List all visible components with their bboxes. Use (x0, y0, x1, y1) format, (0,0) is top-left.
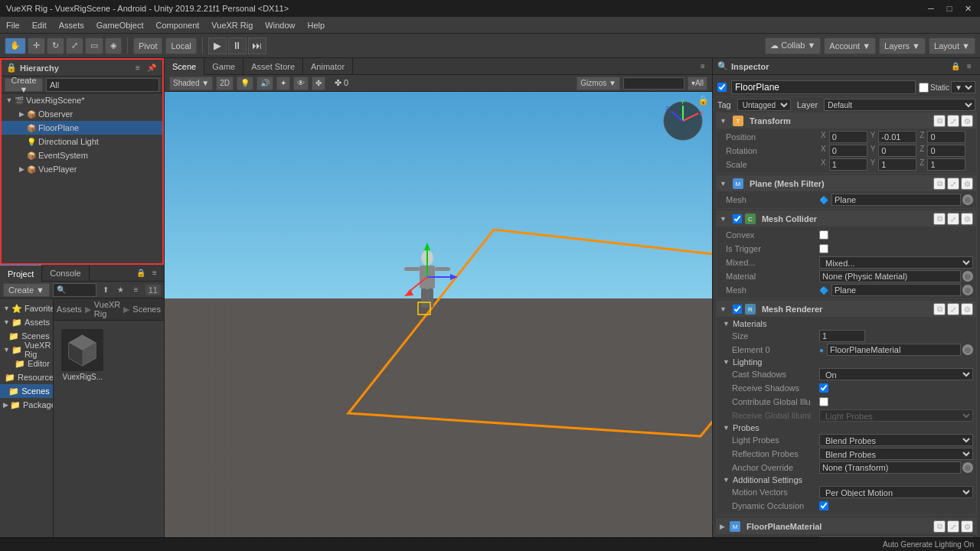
cooking-options-select[interactable]: Mixed... (819, 256, 973, 269)
menu-component[interactable]: Component (149, 19, 205, 31)
mat-paste-btn[interactable]: ⤢ (947, 520, 959, 533)
hierarchy-pin-icon[interactable]: 📌 (145, 62, 158, 74)
hierarchy-create-button[interactable]: Create ▼ (5, 78, 43, 92)
breadcrumb-scenes[interactable]: Scenes (132, 305, 161, 314)
light-probes-select[interactable]: Blend Probes (819, 434, 973, 446)
receive-gi-select[interactable]: Light Probes (819, 409, 973, 422)
layout-button[interactable]: Layout ▼ (929, 37, 975, 54)
position-y-input[interactable] (878, 131, 916, 143)
hierarchy-menu-icon[interactable]: ≡ (132, 62, 144, 74)
hand-tool[interactable]: ✋ (5, 37, 26, 54)
scene-lock-icon[interactable]: 🔒 (697, 95, 709, 106)
mc-mesh-select-btn[interactable]: ◎ (962, 285, 973, 295)
breadcrumb-assets[interactable]: Assets (57, 305, 82, 314)
scene-search[interactable] (623, 77, 684, 90)
project-tree-resources[interactable]: 📁 Resources (0, 370, 53, 384)
material-header[interactable]: ▶ M FloorPlaneMaterial ⧉ ⤢ ⚙ (717, 519, 976, 534)
mesh-input[interactable] (831, 194, 961, 206)
size-input[interactable] (819, 330, 865, 342)
tree-arrow-eventsystem[interactable] (17, 151, 26, 160)
tree-arrow-floorplane[interactable] (17, 123, 26, 132)
shading-dropdown[interactable]: Shaded ▼ (169, 77, 213, 90)
project-toolbar-btn1[interactable]: ⬆ (100, 284, 112, 296)
tree-arrow-directionallight[interactable] (17, 137, 26, 146)
mc-menu-btn[interactable]: ⚙ (961, 213, 973, 225)
static-checkbox[interactable] (919, 83, 929, 93)
is-trigger-checkbox[interactable] (819, 244, 828, 253)
probes-section[interactable]: ▼ Probes (720, 422, 973, 433)
position-z-input[interactable] (927, 131, 965, 143)
mc-paste-btn[interactable]: ⤢ (947, 213, 959, 225)
collab-button[interactable]: ☁ Collab ▼ (765, 37, 821, 54)
scale-tool[interactable]: ⤢ (66, 37, 83, 54)
project-toolbar-btn2[interactable]: ★ (115, 284, 127, 296)
mc-mesh-input[interactable] (831, 284, 961, 296)
gizmos-dropdown[interactable]: Gizmos ▼ (577, 77, 620, 90)
minimize-button[interactable]: ─ (925, 2, 937, 15)
menu-file[interactable]: File (0, 19, 26, 31)
maximize-button[interactable]: □ (943, 2, 956, 15)
scale-y-input[interactable] (878, 158, 916, 171)
mc-copy-btn[interactable]: ⧉ (933, 213, 946, 225)
project-tree-packages[interactable]: ▶ 📁 Packages (0, 398, 53, 412)
convex-checkbox[interactable] (819, 230, 828, 240)
local-button[interactable]: Local (165, 37, 196, 54)
static-dropdown[interactable]: ▼ (951, 81, 975, 93)
motion-vectors-select[interactable]: Per Object Motion (819, 486, 973, 498)
tree-item-directionallight[interactable]: 💡 Directional Light (2, 135, 162, 148)
tab-game[interactable]: Game (204, 58, 243, 75)
tree-arrow-vuexrigscene[interactable]: ▼ (5, 96, 14, 105)
tab-asset-store[interactable]: Asset Store (243, 58, 303, 75)
rotation-x-input[interactable] (829, 145, 867, 157)
inspector-menu-icon[interactable]: ≡ (963, 60, 975, 73)
menu-vuexr[interactable]: VueXR Rig (205, 19, 259, 31)
tab-console[interactable]: Console (42, 265, 89, 282)
mf-copy-btn[interactable]: ⧉ (933, 178, 946, 190)
mesh-renderer-header[interactable]: ▼ R Mesh Renderer ⧉ ⤢ ⚙ (717, 302, 976, 317)
transform-header[interactable]: ▼ T Transform ⧉ ⤢ ⚙ (717, 113, 976, 129)
element0-select-btn[interactable]: ◎ (962, 344, 973, 355)
anchor-override-select-btn[interactable]: ◎ (962, 462, 973, 473)
project-tree-assets[interactable]: ▼ 📁 Assets (0, 315, 53, 329)
project-tree-vuexrrig[interactable]: ▼ 📁 VueXR Rig (0, 343, 53, 357)
translate-tool[interactable]: ✛ (28, 37, 45, 54)
menu-help[interactable]: Help (301, 19, 331, 31)
menu-assets[interactable]: Assets (53, 19, 90, 31)
mc-enabled-checkbox[interactable] (733, 214, 742, 223)
tree-arrow-vueplayer[interactable]: ▶ (17, 165, 26, 174)
rotation-z-input[interactable] (927, 145, 965, 157)
account-button[interactable]: Account ▼ (824, 37, 876, 54)
pause-button[interactable]: ⏸ (228, 37, 247, 54)
mr-menu-btn[interactable]: ⚙ (961, 303, 973, 315)
mesh-filter-header[interactable]: ▼ M Plane (Mesh Filter) ⧉ ⤢ ⚙ (717, 176, 976, 191)
play-button[interactable]: ▶ (208, 37, 227, 54)
dynamic-occlusion-checkbox[interactable] (819, 501, 828, 510)
mat-menu-btn[interactable]: ⚙ (961, 520, 973, 533)
mesh-collider-header[interactable]: ▼ C Mesh Collider ⧉ ⤢ ⚙ (717, 211, 976, 227)
step-button[interactable]: ⏭ (248, 37, 266, 54)
materials-section[interactable]: ▼ Materials (720, 318, 973, 329)
tree-item-eventsystem[interactable]: 📦 EventSystem (2, 148, 162, 162)
mf-menu-btn[interactable]: ⚙ (961, 178, 973, 190)
mr-paste-btn[interactable]: ⤢ (947, 303, 959, 315)
reflection-probes-select[interactable]: Blend Probes (819, 448, 973, 460)
transform-menu-btn[interactable]: ⚙ (961, 115, 973, 127)
menu-edit[interactable]: Edit (26, 19, 53, 31)
breadcrumb-vuexr[interactable]: VueXR Rig (94, 300, 120, 318)
cast-shadows-select[interactable]: On (819, 368, 973, 380)
project-tree-scenes2[interactable]: 📁 Scenes (0, 384, 53, 398)
2d-toggle[interactable]: 2D (216, 77, 234, 90)
particle-toggle[interactable]: ✤ (312, 77, 325, 90)
close-button[interactable]: ✕ (962, 2, 974, 15)
project-create-button[interactable]: Create ▼ (3, 283, 50, 297)
contribute-gi-checkbox[interactable] (819, 397, 828, 406)
layer-select[interactable]: Default (824, 99, 975, 111)
scene-view[interactable]: X Y Z 🔒 (165, 92, 712, 551)
additional-settings-section[interactable]: ▼ Additional Settings (720, 474, 973, 485)
project-tree-favorites[interactable]: ▼ ⭐ Favorites (0, 302, 53, 315)
tree-item-floorplane[interactable]: 📦 FloorPlane (2, 121, 162, 135)
tree-item-vuexrigscene[interactable]: ▼ 🎬 VuexRigScene* (2, 93, 162, 107)
tab-project[interactable]: Project (0, 265, 42, 282)
transform-copy-btn[interactable]: ⧉ (933, 115, 946, 127)
receive-shadows-checkbox[interactable] (819, 383, 828, 393)
